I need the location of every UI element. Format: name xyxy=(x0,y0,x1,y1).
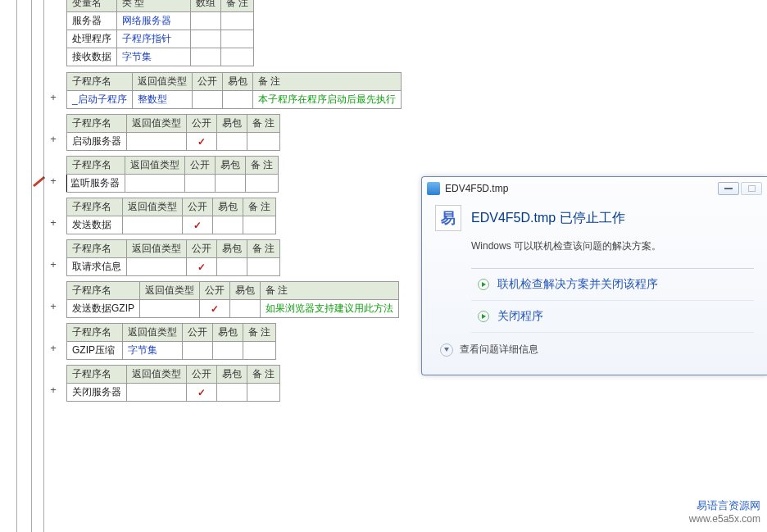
dialog-subtext: Windows 可以联机检查该问题的解决方案。 xyxy=(471,239,754,253)
pack-flag xyxy=(217,384,247,402)
expand-icon[interactable]: + xyxy=(48,259,58,271)
column-header: 返回值类型 xyxy=(127,240,187,258)
column-header: 易包 xyxy=(230,282,261,300)
dialog-titlebar[interactable]: EDV4F5D.tmp xyxy=(422,177,767,200)
arrow-right-icon xyxy=(478,279,489,290)
column-header: 备 注 xyxy=(243,324,276,342)
expand-icon[interactable]: + xyxy=(48,384,58,396)
column-header: 子程序名 xyxy=(67,366,127,384)
option-label: 联机检查解决方案并关闭该程序 xyxy=(497,277,658,292)
sub-name: 关闭服务器 xyxy=(67,384,127,402)
subprogram-table: 子程序名返回值类型公开易包备 注GZIP压缩字节集 xyxy=(66,323,276,360)
column-header: 返回值类型 xyxy=(123,324,183,342)
sub-name: 发送数据GZIP xyxy=(67,300,140,318)
sub-note xyxy=(247,133,280,151)
expand-icon[interactable]: + xyxy=(48,134,58,145)
app-icon xyxy=(427,182,440,195)
column-header: 公开 xyxy=(192,73,222,91)
column-header: 数组 xyxy=(191,0,221,12)
column-header: 返回值类型 xyxy=(125,157,185,175)
sub-name: 监听服务器 xyxy=(67,175,125,193)
watermark-url: www.e5a5x.com xyxy=(689,512,760,525)
subprogram-table: 子程序名返回值类型公开易包备 注取请求信息✓ xyxy=(66,239,280,276)
table-row[interactable]: 启动服务器✓ xyxy=(67,133,280,151)
column-header: 易包 xyxy=(222,73,252,91)
table-row[interactable]: _启动子程序整数型本子程序在程序启动后最先执行 xyxy=(67,91,402,109)
column-header: 子程序名 xyxy=(67,240,127,258)
column-header: 备 注 xyxy=(247,115,280,133)
sub-name: _启动子程序 xyxy=(67,91,133,109)
public-flag xyxy=(183,342,213,360)
column-header: 公开 xyxy=(185,157,216,175)
column-header: 子程序名 xyxy=(67,157,125,175)
sub-name: 取请求信息 xyxy=(67,258,127,276)
return-type: 整数型 xyxy=(132,91,192,109)
table-row[interactable]: 取请求信息✓ xyxy=(67,258,280,276)
expand-icon[interactable]: + xyxy=(48,301,58,312)
table-row[interactable]: 发送数据GZIP✓如果浏览器支持建议用此方法 xyxy=(67,300,399,318)
column-header: 子程序名 xyxy=(67,324,123,342)
column-header: 易包 xyxy=(217,115,247,133)
return-type xyxy=(125,175,185,193)
expand-icon[interactable]: + xyxy=(48,217,58,229)
public-flag: ✓ xyxy=(183,216,213,234)
pack-flag xyxy=(216,175,246,193)
var-name: 接收数据 xyxy=(67,48,117,66)
sub-name: 发送数据 xyxy=(67,216,123,234)
pack-flag xyxy=(222,91,252,109)
details-label: 查看问题详细信息 xyxy=(460,343,538,357)
sub-name: 启动服务器 xyxy=(67,133,127,151)
subprogram-table: 子程序名返回值类型公开易包备 注启动服务器✓ xyxy=(66,114,280,151)
var-note xyxy=(221,48,254,66)
column-header: 子程序名 xyxy=(67,198,123,216)
gutter-line xyxy=(31,0,32,532)
column-header: 备 注 xyxy=(252,73,401,91)
return-type xyxy=(123,216,183,234)
program-icon: 易 xyxy=(435,205,461,231)
column-header: 返回值类型 xyxy=(127,115,187,133)
view-details-toggle[interactable]: 查看问题详细信息 xyxy=(435,343,754,357)
table-row[interactable]: 接收数据字节集 xyxy=(67,48,254,66)
table-row[interactable]: 监听服务器 xyxy=(67,175,279,193)
column-header: 返回值类型 xyxy=(132,73,192,91)
minimize-button[interactable] xyxy=(718,182,739,195)
expand-icon[interactable]: + xyxy=(48,175,58,187)
sub-note xyxy=(246,175,279,193)
table-row[interactable]: 服务器网络服务器 xyxy=(67,12,254,30)
return-type: 字节集 xyxy=(123,342,183,360)
table-row[interactable]: 关闭服务器✓ xyxy=(67,384,280,402)
edit-pencil-icon xyxy=(31,175,46,187)
column-header: 返回值类型 xyxy=(140,282,200,300)
column-header: 备 注 xyxy=(221,0,254,12)
column-header: 公开 xyxy=(187,115,217,133)
var-note xyxy=(221,12,254,30)
gutter-line xyxy=(43,0,44,532)
maximize-icon xyxy=(748,185,756,192)
column-header: 返回值类型 xyxy=(127,366,187,384)
column-header: 公开 xyxy=(187,366,217,384)
expand-icon[interactable]: + xyxy=(48,343,58,354)
expand-icon[interactable]: + xyxy=(48,92,58,103)
sub-note xyxy=(247,258,280,276)
column-header: 备 注 xyxy=(247,366,280,384)
sub-note: 如果浏览器支持建议用此方法 xyxy=(261,300,399,318)
gutter-line xyxy=(16,0,17,532)
public-flag: ✓ xyxy=(187,384,217,402)
option-close-program[interactable]: 关闭程序 xyxy=(471,301,754,333)
pack-flag xyxy=(217,258,247,276)
public-flag: ✓ xyxy=(187,258,217,276)
var-type: 字节集 xyxy=(117,48,191,66)
return-type xyxy=(127,258,187,276)
sub-note xyxy=(243,342,276,360)
svg-marker-0 xyxy=(33,177,44,187)
table-row[interactable]: GZIP压缩字节集 xyxy=(67,342,276,360)
column-header: 公开 xyxy=(183,198,213,216)
column-header: 返回值类型 xyxy=(123,198,183,216)
subprogram-table: 子程序名返回值类型公开易包备 注关闭服务器✓ xyxy=(66,365,280,402)
table-row[interactable]: 处理程序子程序指针 xyxy=(67,30,254,48)
table-row[interactable]: 发送数据✓ xyxy=(67,216,276,234)
pack-flag xyxy=(230,300,261,318)
chevron-down-icon xyxy=(440,343,453,357)
option-check-online[interactable]: 联机检查解决方案并关闭该程序 xyxy=(471,269,754,301)
pack-flag xyxy=(213,216,243,234)
